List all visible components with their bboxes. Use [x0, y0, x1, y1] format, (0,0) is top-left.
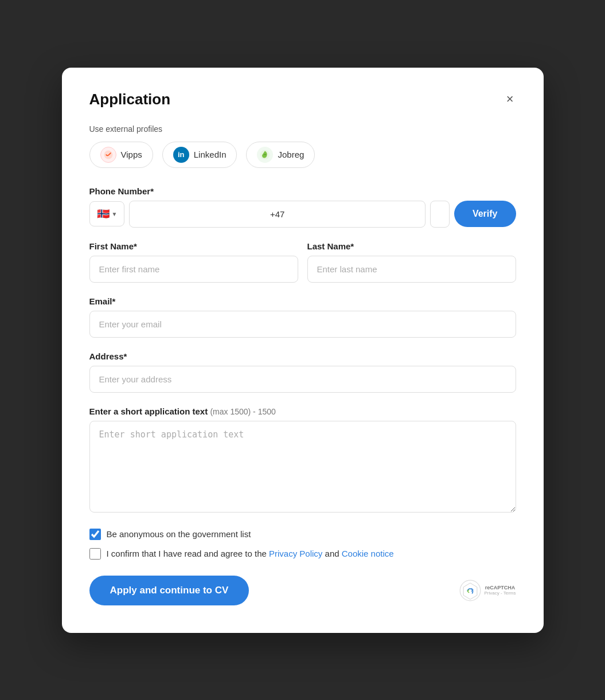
apply-button[interactable]: Apply and continue to CV [89, 576, 249, 605]
svg-point-2 [460, 580, 481, 601]
phone-field: Phone Number* 🇳🇴 ▼ Verify [89, 186, 516, 228]
address-input[interactable] [89, 366, 516, 393]
address-field: Address* [89, 351, 516, 393]
external-profiles-row: Vipps in LinkedIn Jobreg [89, 142, 516, 168]
flag-icon: 🇳🇴 [97, 208, 110, 220]
footer-row: Apply and continue to CV reCAPTCHA Priva… [89, 576, 516, 605]
terms-checkbox[interactable] [89, 548, 101, 560]
first-name-field: First Name* [89, 241, 298, 283]
verify-button[interactable]: Verify [454, 201, 516, 227]
phone-number-input[interactable] [430, 201, 450, 228]
application-text-input[interactable] [89, 421, 516, 513]
email-field: Email* [89, 296, 516, 338]
jobreg-icon [257, 147, 273, 163]
terms-checkbox-row: I confirm that I have read and agree to … [89, 548, 516, 560]
external-profiles-label: Use external profiles [89, 124, 516, 134]
address-label: Address* [89, 351, 516, 361]
email-label: Email* [89, 296, 516, 306]
modal-title: Application [89, 91, 171, 108]
last-name-input[interactable] [307, 256, 516, 283]
recaptcha-icon [459, 580, 481, 601]
linkedin-icon: in [173, 147, 189, 163]
chevron-down-icon: ▼ [112, 211, 118, 217]
jobreg-button[interactable]: Jobreg [246, 142, 315, 168]
anonymous-checkbox-row: Be anonymous on the government list [89, 529, 516, 540]
email-input[interactable] [89, 311, 516, 338]
max-chars-label: (max 1500) - 1500 [210, 407, 275, 416]
linkedin-button[interactable]: in LinkedIn [162, 142, 237, 168]
country-selector[interactable]: 🇳🇴 ▼ [89, 201, 125, 226]
vipps-icon [100, 147, 116, 163]
anonymous-label: Be anonymous on the government list [107, 529, 251, 539]
application-modal: Application × Use external profiles Vipp… [62, 68, 544, 633]
country-code-input[interactable] [129, 201, 426, 228]
last-name-label: Last Name* [307, 241, 516, 251]
external-profiles-section: Use external profiles Vipps in LinkedIn [89, 124, 516, 168]
phone-row: 🇳🇴 ▼ Verify [89, 201, 516, 228]
vipps-button[interactable]: Vipps [89, 142, 153, 168]
first-name-input[interactable] [89, 256, 298, 283]
app-text-label: Enter a short application text (max 1500… [89, 406, 516, 416]
linkedin-label: LinkedIn [194, 150, 227, 159]
jobreg-label: Jobreg [278, 150, 304, 159]
last-name-field: Last Name* [307, 241, 516, 283]
privacy-policy-link[interactable]: Privacy Policy [269, 549, 322, 558]
vipps-label: Vipps [121, 150, 142, 159]
recaptcha-sub-label: Privacy - Terms [485, 590, 516, 596]
phone-label: Phone Number* [89, 186, 516, 196]
recaptcha-badge: reCAPTCHA Privacy - Terms [459, 580, 516, 601]
cookie-notice-link[interactable]: Cookie notice [342, 549, 394, 558]
name-row: First Name* Last Name* [89, 241, 516, 296]
application-text-field: Enter a short application text (max 1500… [89, 406, 516, 515]
recaptcha-label: reCAPTCHA [485, 585, 516, 590]
first-name-label: First Name* [89, 241, 298, 251]
close-button[interactable]: × [504, 91, 516, 108]
modal-header: Application × [89, 91, 516, 108]
anonymous-checkbox[interactable] [89, 529, 101, 540]
terms-label: I confirm that I have read and agree to … [107, 549, 394, 558]
